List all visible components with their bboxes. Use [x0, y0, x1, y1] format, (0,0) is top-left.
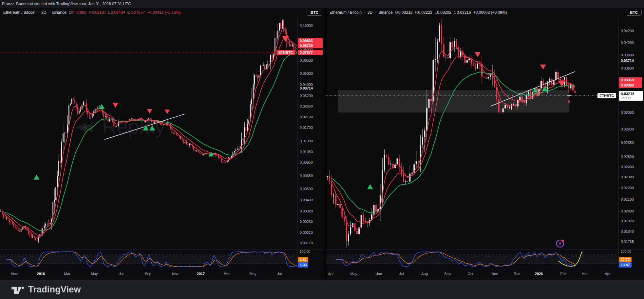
- d-label: D: [568, 100, 570, 104]
- stoch-k-value-tag: 13.87: [619, 262, 632, 268]
- exchange-label[interactable]: Binance: [52, 10, 66, 15]
- currency-button[interactable]: BTC: [626, 9, 642, 16]
- red-ma-fast-line: [331, 47, 575, 229]
- legend-change: +0.00003 (+0.09%): [473, 10, 507, 15]
- stoch-k-value-tag: 1.33: [298, 262, 308, 268]
- price-tag: 0.03369: [619, 77, 642, 83]
- price-tag: 0.08729: [298, 43, 323, 48]
- ohlc-value: 0.07577: [130, 10, 144, 15]
- candlestick-chart-left[interactable]: [0, 8, 325, 280]
- bar-countdown: 2d 17h: [621, 96, 641, 100]
- attribution-text: Franzz_Bonnmati created with TradingView…: [2, 2, 131, 6]
- candle-wicks-up: [327, 23, 571, 246]
- ohlc-key: O: [69, 10, 72, 15]
- sell-marker-icon: [164, 110, 170, 114]
- ohlc-value: 0.03223: [418, 10, 432, 15]
- ohlc-key: H: [415, 10, 418, 15]
- ohlc-value: 0.03216: [457, 10, 471, 15]
- price-scale[interactable]: [618, 8, 644, 269]
- legend-open: O0.07982: [69, 10, 86, 15]
- sell-marker-icon: [147, 109, 152, 114]
- legend-high: H0.08187: [89, 10, 106, 15]
- red-ma-slow-line: [4, 38, 297, 235]
- candle-bodies-up: [327, 26, 571, 242]
- chart-panel-left: ◀◀ Replay Ethereum / Bitcoin · 3D · Bina…: [0, 8, 325, 280]
- legend-close: C0.03216: [454, 10, 471, 15]
- footer-bar: TradingView: [0, 280, 644, 299]
- lightning-sticker-icon: [557, 240, 564, 247]
- current-price-value: 0.03216: [621, 92, 641, 96]
- chart-panel-right: D Ethereum / Bitcoin · 3D · Binance O0.0…: [326, 8, 644, 280]
- symbol-price-label: ETHBTC: [276, 50, 295, 55]
- ohlc-key: C: [454, 10, 457, 15]
- buy-marker-icon: [143, 126, 149, 130]
- buy-marker-icon: [149, 126, 155, 130]
- symbol-title[interactable]: Ethereum / Bitcoin: [3, 10, 35, 15]
- ohlc-value: 0.03202: [437, 10, 451, 15]
- ohlc-value: 0.07982: [72, 10, 86, 15]
- legend-change: −0.00412 (−5.16%): [147, 10, 181, 15]
- price-tag: 0.09603: [298, 38, 323, 43]
- chart-legend: Ethereum / Bitcoin · 3D · Binance O0.032…: [330, 10, 507, 15]
- tradingview-logo[interactable]: [11, 283, 24, 296]
- red-ma-slow-line: [331, 56, 575, 222]
- sell-marker-icon: [112, 103, 118, 108]
- ohlc-value: 0.03213: [398, 10, 412, 15]
- stoch-d-value-tag: 1.61: [298, 257, 308, 262]
- time-axis[interactable]: [326, 269, 644, 280]
- legend-close: C0.07577: [127, 10, 145, 15]
- buy-marker-icon: [99, 104, 105, 109]
- current-price-tag: 0.032162d 17h: [619, 91, 643, 101]
- separator-dot: ·: [48, 10, 50, 15]
- candle-bodies-down: [329, 26, 576, 242]
- legend-low: L0.03202: [435, 10, 451, 15]
- buy-marker-icon: [367, 184, 373, 189]
- candlestick-chart-right[interactable]: D: [326, 8, 644, 280]
- ohlc-key: C: [127, 10, 130, 15]
- exchange-label[interactable]: Binance: [378, 10, 392, 15]
- ohlc-key: L: [108, 10, 111, 15]
- stoch-d-value-tag: 17.72: [619, 257, 632, 262]
- sell-marker-icon: [540, 65, 546, 70]
- chart-area: ◀◀ Replay Ethereum / Bitcoin · 3D · Bina…: [0, 8, 644, 280]
- interval-label[interactable]: 3D: [368, 10, 372, 15]
- separator-dot: ·: [364, 10, 365, 15]
- time-axis[interactable]: [0, 269, 325, 280]
- legend-low: L0.06434: [108, 10, 125, 15]
- separator-dot: ·: [375, 10, 376, 15]
- candle-wicks-down: [2, 19, 297, 241]
- symbol-price-label: ETHBTC: [597, 93, 616, 98]
- ohlc-value: 0.08187: [92, 10, 106, 15]
- candle-wicks-up: [1, 19, 292, 243]
- legend-open: O0.03213: [395, 10, 413, 15]
- currency-button[interactable]: BTC: [307, 9, 322, 16]
- footer-brand[interactable]: TradingView: [28, 285, 81, 295]
- ohlc-key: L: [435, 10, 437, 15]
- sell-marker-icon: [475, 52, 481, 57]
- ohlc-key: O: [395, 10, 398, 15]
- separator-dot: ·: [38, 10, 39, 15]
- attribution-bar: Franzz_Bonnmati created with TradingView…: [0, 0, 644, 8]
- legend-high: H0.03223: [415, 10, 432, 15]
- symbol-title[interactable]: Ethereum / Bitcoin: [330, 10, 362, 15]
- interval-label[interactable]: 3D: [41, 10, 46, 15]
- price-tag: 0.03360: [619, 83, 642, 88]
- ohlc-key: H: [89, 10, 92, 15]
- candle-wicks-down: [330, 19, 575, 248]
- green-ma-line: [4, 53, 297, 231]
- buy-marker-icon: [34, 175, 40, 180]
- ohlc-value: 0.06434: [111, 10, 125, 15]
- price-tag: 0.07577: [298, 50, 323, 55]
- chart-legend: Ethereum / Bitcoin · 3D · Binance O0.079…: [3, 10, 180, 15]
